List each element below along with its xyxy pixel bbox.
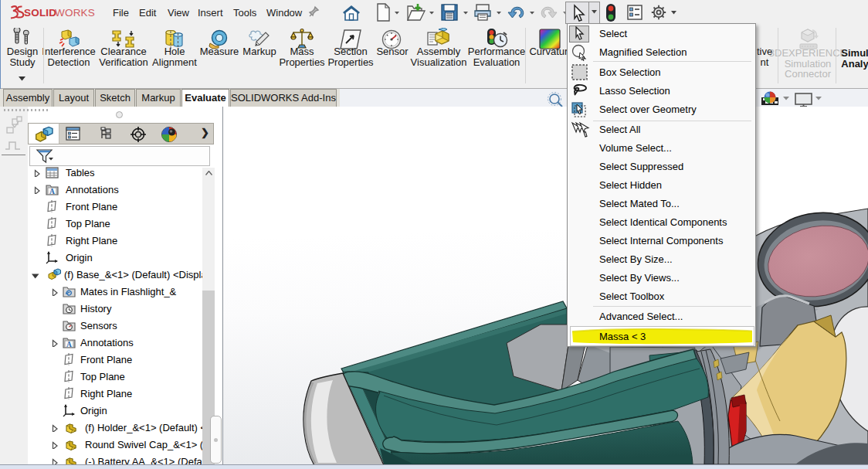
- svg-text:WORKS: WORKS: [55, 7, 95, 19]
- svg-text:SOLID: SOLID: [24, 7, 56, 19]
